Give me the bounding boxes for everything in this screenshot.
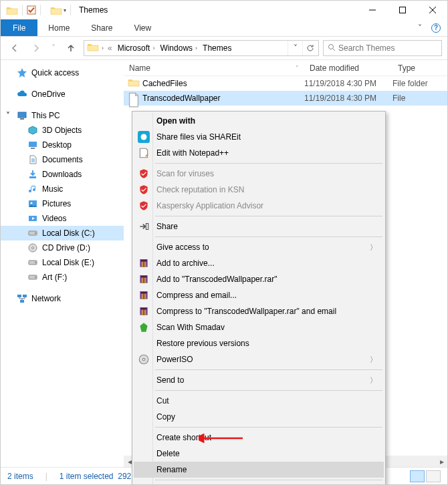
close-button[interactable] <box>417 1 447 19</box>
menu-item[interactable]: Delete <box>134 446 384 462</box>
menu-separator <box>155 369 382 370</box>
menu-separator <box>155 427 382 428</box>
sidebar-item[interactable]: CD Drive (D:) <box>1 240 124 255</box>
up-button[interactable] <box>62 39 80 57</box>
menu-item[interactable]: Copy <box>134 409 384 425</box>
sidebar-item[interactable]: Local Disk (E:) <box>1 255 124 270</box>
sidebar-item[interactable]: Downloads <box>1 167 124 182</box>
menu-item-label: Send to <box>156 375 184 385</box>
address-bar[interactable]: › « Microsoft› Windows› Themes ˅ <box>84 40 319 56</box>
qat-properties-icon[interactable] <box>27 5 36 15</box>
menu-item[interactable]: Create shortcut <box>134 430 384 446</box>
search-input[interactable]: Search Themes <box>323 40 442 56</box>
sidebar-this-pc[interactable]: This PC <box>1 108 124 123</box>
menu-item-label: Check reputation in KSN <box>156 185 244 194</box>
address-dropdown-icon[interactable]: ˅ <box>288 41 302 55</box>
breadcrumb-segment[interactable]: Themes <box>200 41 234 55</box>
menu-separator <box>155 216 382 216</box>
menu-item[interactable]: Edit with Notepad++ <box>134 145 384 161</box>
file-type: File folder <box>393 79 428 88</box>
sidebar-onedrive[interactable]: OneDrive <box>1 87 124 102</box>
qat-dropdown-icon[interactable]: ▾ <box>64 7 66 13</box>
sidebar-item[interactable]: 3D Objects <box>1 123 124 138</box>
breadcrumb-segment[interactable]: Microsoft› <box>115 41 158 55</box>
collapse-icon[interactable]: ˅ <box>6 111 10 120</box>
menu-item-label: Scan for viruses <box>156 169 214 178</box>
menu-item-label: PowerISO <box>156 355 193 364</box>
view-large-button[interactable] <box>426 470 441 482</box>
menu-item[interactable]: Add to archive... <box>134 255 384 271</box>
sidebar-item[interactable]: Local Disk (C:) <box>1 226 124 240</box>
view-details-button[interactable] <box>410 470 425 482</box>
submenu-arrow-icon: 〉 <box>370 375 377 385</box>
forward-button[interactable] <box>27 39 45 57</box>
drive-icon <box>27 169 38 180</box>
sidebar-item[interactable]: Documents <box>1 152 124 167</box>
menu-item-label: Share files via SHAREit <box>156 132 241 142</box>
menu-item[interactable]: Properties <box>134 482 384 485</box>
maximize-button[interactable] <box>387 1 417 19</box>
sidebar-item[interactable]: Music <box>1 182 124 196</box>
drive-icon <box>27 242 38 253</box>
pc-icon <box>17 110 27 121</box>
help-icon[interactable]: ? <box>431 23 441 33</box>
file-row[interactable]: CachedFiles 11/19/2018 4:30 PM File fold… <box>124 76 447 91</box>
svg-point-12 <box>35 232 36 234</box>
winrar-icon <box>138 289 150 301</box>
folder-icon <box>87 42 99 54</box>
menu-item[interactable]: Compress to "TranscodedWallpaper.rar" an… <box>134 303 384 319</box>
tab-view[interactable]: View <box>123 19 162 36</box>
menu-item[interactable]: Kaspersky Application Advisor <box>134 198 384 214</box>
svg-point-26 <box>142 358 144 360</box>
column-type[interactable]: Type <box>393 63 447 73</box>
menu-item[interactable]: Add to "TranscodedWallpaper.rar" <box>134 271 384 287</box>
search-placeholder: Search Themes <box>338 43 395 53</box>
sidebar-item[interactable]: Desktop <box>1 138 124 152</box>
menu-item[interactable]: Share files via SHAREit <box>134 129 384 145</box>
menu-item-label: Scan With Smadav <box>156 323 225 332</box>
file-name: TranscodedWallpaper <box>142 94 304 103</box>
sidebar-item[interactable]: Art (F:) <box>1 270 124 285</box>
ribbon-expand-icon[interactable]: ˅ <box>418 23 422 33</box>
menu-item[interactable]: Open with <box>134 113 384 129</box>
sidebar-network[interactable]: Network <box>1 291 124 306</box>
file-name: CachedFiles <box>142 79 304 88</box>
file-tab[interactable]: File <box>1 19 37 36</box>
menu-item-label: Rename <box>156 465 187 474</box>
back-button[interactable] <box>6 39 23 57</box>
recent-dropdown-icon[interactable]: ˅ <box>49 39 58 57</box>
menu-item[interactable]: Give access to〉 <box>134 239 384 255</box>
menu-item[interactable]: Share <box>134 218 384 234</box>
kaspersky-icon <box>138 184 150 196</box>
menu-item[interactable]: Compress and email... <box>134 287 384 303</box>
tab-share[interactable]: Share <box>80 19 123 36</box>
menu-item-label: Give access to <box>156 242 209 252</box>
svg-rect-1 <box>399 7 405 13</box>
menu-item[interactable]: Cut <box>134 393 384 409</box>
drive-icon <box>27 228 38 238</box>
menu-item[interactable]: Scan With Smadav <box>134 319 384 335</box>
menu-item[interactable]: Check reputation in KSN <box>134 182 384 198</box>
column-date[interactable]: Date modified <box>304 63 393 73</box>
sidebar-item[interactable]: Videos <box>1 211 124 226</box>
folder-icon <box>6 4 18 16</box>
drive-icon <box>27 198 38 209</box>
tab-home[interactable]: Home <box>37 19 80 36</box>
sidebar-item[interactable]: Pictures <box>1 196 124 211</box>
menu-item[interactable]: Rename <box>134 462 384 478</box>
svg-point-14 <box>32 247 34 249</box>
column-headers: Name˄ Date modified Type <box>124 60 447 76</box>
menu-item[interactable]: Restore previous versions <box>134 335 384 351</box>
breadcrumb-segment[interactable]: Windows› <box>157 41 200 55</box>
refresh-button[interactable] <box>302 41 317 55</box>
qat-newfolder-icon[interactable] <box>50 4 62 16</box>
menu-item[interactable]: Scan for viruses <box>134 166 384 182</box>
file-row[interactable]: TranscodedWallpaper 11/19/2018 4:30 PM F… <box>124 91 447 106</box>
ribbon-tabs: File Home Share View ˅ ? <box>1 19 447 37</box>
column-name[interactable]: Name˄ <box>124 63 304 73</box>
minimize-button[interactable] <box>357 1 387 19</box>
menu-item[interactable]: Send to〉 <box>134 372 384 388</box>
sidebar-quick-access[interactable]: Quick access <box>1 65 124 80</box>
menu-item[interactable]: PowerISO〉 <box>134 351 384 367</box>
scroll-right-icon[interactable]: ▸ <box>436 456 447 467</box>
